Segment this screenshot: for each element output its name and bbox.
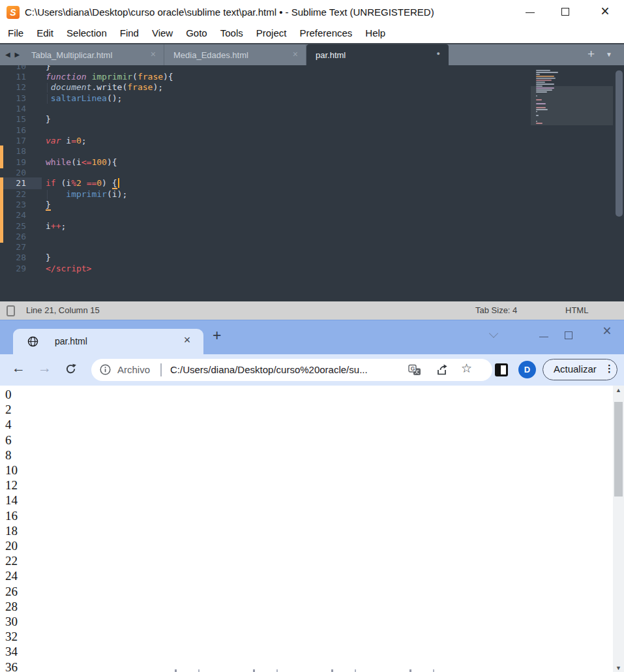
maximize-icon[interactable]: [561, 8, 569, 16]
output-number: 34: [0, 644, 613, 659]
line-number: 11: [0, 72, 26, 82]
minimap[interactable]: [533, 69, 613, 183]
update-button-label: Actualizar: [554, 363, 597, 374]
menu-preferences[interactable]: Preferences: [293, 25, 359, 41]
sublime-logo-icon: S: [7, 6, 20, 19]
editor-tab-Tabla_Multiplicar.html[interactable]: Tabla_Multiplicar.html×: [22, 44, 164, 65]
new-tab-button[interactable]: +: [213, 327, 221, 344]
clipped-taskbar-sliver: [150, 669, 463, 672]
scroll-down-icon[interactable]: ▼: [613, 665, 624, 671]
code-line-28: 28}: [0, 252, 613, 263]
tab-label: Media_Edades.html: [173, 50, 248, 60]
text-cursor: [118, 178, 119, 188]
code-text: </script>: [46, 264, 91, 274]
line-number: 19: [0, 157, 26, 168]
code-line-13: 13 saltarLinea();: [0, 93, 613, 104]
browser-maximize-icon[interactable]: [565, 331, 572, 339]
code-line-12: 12 document.write(frase);: [0, 82, 613, 93]
close-icon[interactable]: ×: [597, 0, 614, 25]
code-line-29: 29</script>: [0, 264, 613, 274]
code-line-16: 16: [0, 125, 613, 136]
browser-minimize-icon[interactable]: [539, 337, 548, 337]
menu-file[interactable]: File: [1, 25, 30, 41]
browser-tab-title: par.html: [55, 336, 87, 346]
code-line-26: 26: [0, 232, 613, 242]
translate-icon[interactable]: G: [408, 364, 421, 376]
menu-project[interactable]: Project: [250, 25, 293, 41]
menu-find[interactable]: Find: [113, 25, 145, 41]
update-button[interactable]: Actualizar ⋮: [542, 359, 617, 380]
globe-favicon-icon: [27, 336, 38, 347]
output-number: 6: [0, 433, 613, 448]
sidebar-toggle-icon[interactable]: [7, 305, 15, 316]
output-number: 18: [0, 523, 613, 538]
output-number: 26: [0, 584, 613, 599]
minimap-viewport[interactable]: [531, 86, 613, 125]
line-number: 27: [0, 242, 26, 252]
browser-tab[interactable]: par.html ×: [13, 329, 203, 354]
code-line-11: 11function imprimir(frase){: [0, 72, 613, 82]
new-tab-icon[interactable]: +: [587, 47, 595, 61]
svg-text:G: G: [411, 365, 415, 372]
editor-tabs: Tabla_Multiplicar.html×Media_Edades.html…: [22, 44, 449, 65]
menu-view[interactable]: View: [145, 25, 179, 41]
output-number: 22: [0, 553, 613, 568]
output-numbers: 024681012141618202224262830323436: [0, 386, 613, 672]
code-line-10: 10}: [0, 65, 613, 72]
output-number: 24: [0, 568, 613, 583]
output-number: 0: [0, 387, 613, 402]
page-scrollbar-thumb[interactable]: [614, 402, 623, 496]
sublime-titlebar: S C:\Users\diana\Desktop\curso oracle\su…: [0, 0, 624, 25]
page-scrollbar[interactable]: ▲ ▼: [613, 386, 624, 672]
profile-avatar[interactable]: D: [518, 361, 536, 378]
tab-list-dropdown-icon[interactable]: ▼: [606, 51, 612, 58]
tab-size-indicator[interactable]: Tab Size: 4: [475, 301, 517, 320]
line-number: 14: [0, 104, 26, 114]
reload-icon[interactable]: [65, 363, 76, 374]
forward-icon[interactable]: →: [38, 360, 52, 376]
minimize-icon[interactable]: [526, 12, 535, 13]
menu-tools[interactable]: Tools: [214, 25, 250, 41]
share-icon[interactable]: [436, 364, 449, 376]
editor-tab-Media_Edades.html[interactable]: Media_Edades.html×: [164, 44, 306, 65]
close-tab-icon[interactable]: ×: [151, 50, 156, 59]
menu-kebab-icon[interactable]: ⋮: [604, 363, 614, 374]
dirty-dot-icon[interactable]: ●: [437, 51, 440, 57]
editor-scrollbar-thumb[interactable]: [616, 70, 623, 217]
editor-tab-par.html[interactable]: par.html●: [306, 44, 449, 65]
code-line-24: 24: [0, 210, 613, 221]
browser-close-icon[interactable]: ×: [599, 322, 616, 340]
code-line-20: 20: [0, 168, 613, 178]
back-icon[interactable]: ←: [12, 360, 25, 376]
tab-scroll-arrows-icon[interactable]: ◀ ▶: [5, 51, 21, 58]
output-number: 32: [0, 629, 613, 644]
chevron-down-icon[interactable]: [489, 329, 498, 338]
address-divider: [160, 363, 162, 376]
close-tab-icon[interactable]: ×: [293, 50, 298, 59]
menu-selection[interactable]: Selection: [60, 25, 113, 41]
line-number: 23: [0, 200, 26, 210]
line-number: 24: [0, 210, 26, 221]
output-number: 16: [0, 508, 613, 523]
tab-label: par.html: [316, 50, 346, 60]
info-icon[interactable]: [100, 364, 111, 375]
line-number: 21: [0, 178, 26, 189]
bookmark-star-icon[interactable]: ☆: [461, 361, 472, 376]
screen: S C:\Users\diana\Desktop\curso oracle\su…: [0, 0, 624, 672]
side-panel-icon[interactable]: [495, 363, 508, 376]
code-text: i++;: [46, 221, 66, 232]
line-number: 10: [0, 65, 26, 72]
close-tab-icon[interactable]: ×: [179, 333, 195, 347]
menu-edit[interactable]: Edit: [30, 25, 60, 41]
line-number: 20: [0, 168, 26, 178]
line-number: 25: [0, 221, 26, 232]
address-bar[interactable]: Archivo C:/Users/diana/Desktop/curso%20o…: [91, 359, 492, 381]
output-number: 20: [0, 538, 613, 553]
syntax-indicator[interactable]: HTML: [565, 301, 588, 320]
code-editor[interactable]: 10}11function imprimir(frase){12 documen…: [0, 65, 624, 301]
menu-help[interactable]: Help: [359, 25, 392, 41]
output-number: 14: [0, 493, 613, 508]
url-text[interactable]: C:/Users/diana/Desktop/curso%20oracle/su…: [170, 364, 368, 375]
menu-goto[interactable]: Goto: [179, 25, 214, 41]
scroll-up-icon[interactable]: ▲: [613, 387, 624, 393]
